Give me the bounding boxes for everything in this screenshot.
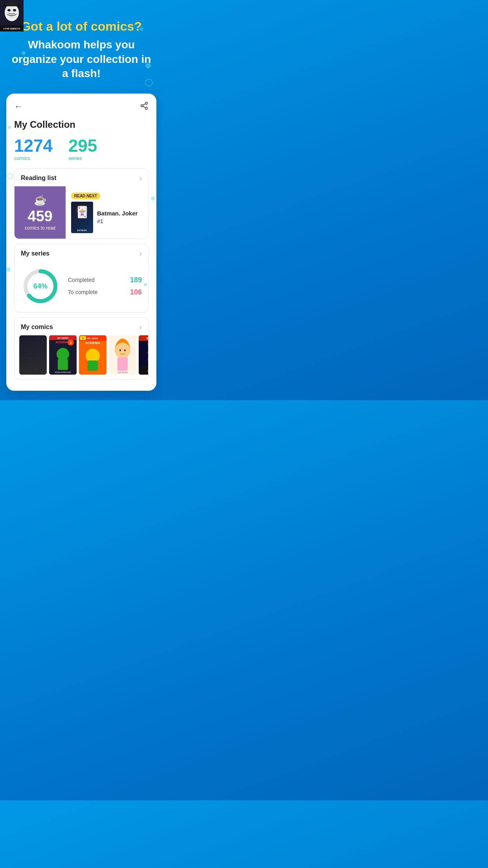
read-next-badge: READ NEXT [71, 193, 100, 199]
svg-text:Cat Street: Cat Street [117, 371, 128, 373]
completed-row: Completed 189 [68, 276, 142, 284]
list-item[interactable]: V FOR VENDETTA [19, 335, 47, 375]
svg-text:ACADEMIA: ACADEMIA [85, 342, 100, 344]
series-content: 64% Completed 189 To complete 106 [15, 262, 148, 312]
series-count: 295 [68, 137, 97, 154]
to-complete-row: To complete 106 [68, 288, 142, 296]
my-series-title: My series [21, 250, 50, 257]
my-series-header[interactable]: My series › [15, 244, 148, 262]
svg-text:1: 1 [82, 337, 84, 340]
main-card: ← My Collection 1274 comics 295 series R… [6, 94, 156, 391]
reading-count-box: ☕ 459 comics to read [15, 186, 66, 239]
reading-count-label: comics to read [25, 225, 55, 231]
my-comics-title: My comics [21, 324, 53, 331]
comics-label: comics [14, 155, 53, 161]
my-comics-section: My comics › [14, 317, 149, 380]
reading-item[interactable]: READ NEXT 🃏 BATMAN Batman. Joker #1 [66, 186, 148, 239]
comic-name: Batman. Joker [97, 210, 143, 217]
donut-percent-label: 64% [33, 282, 48, 290]
svg-text:BATMAN: BATMAN [147, 337, 148, 340]
svg-rect-37 [117, 357, 128, 371]
back-button[interactable]: ← [14, 101, 23, 112]
stats-row: 1274 comics 295 series [14, 137, 149, 161]
collection-title: My Collection [14, 119, 149, 130]
to-complete-value: 106 [130, 288, 142, 296]
hero-section: Got a lot of comics? Whakoom helps you o… [0, 0, 163, 94]
svg-text:KOHEI HORIKOSHI: KOHEI HORIKOSHI [55, 371, 71, 373]
reading-list-section: Reading list › ☕ 459 comics to read READ… [14, 168, 149, 239]
reading-list-header[interactable]: Reading list › [15, 169, 148, 186]
completed-value: 189 [130, 276, 142, 284]
svg-point-20 [57, 348, 69, 360]
series-stat: 295 series [68, 137, 97, 161]
reading-list-content: ☕ 459 comics to read READ NEXT 🃏 BATMAN … [15, 186, 148, 239]
my-comics-header[interactable]: My comics › [15, 318, 148, 335]
my-comics-chevron-icon: › [139, 323, 142, 331]
list-item[interactable]: BATMAN DC COMICS [139, 335, 148, 375]
list-item[interactable]: MY HERO ACADEMIA 2 KOHEI HORIKOSHI [49, 335, 77, 375]
svg-line-3 [143, 106, 145, 108]
svg-text:MY HERO: MY HERO [57, 337, 68, 339]
coffee-icon: ☕ [34, 194, 46, 206]
share-button[interactable] [140, 101, 149, 112]
series-stats: Completed 189 To complete 106 [68, 276, 142, 296]
comic-issue: #1 [97, 218, 143, 224]
svg-text:MY HERO: MY HERO [87, 337, 98, 340]
my-series-section: My series › 64% Completed 189 [14, 244, 149, 313]
comic-info: Batman. Joker #1 [97, 210, 143, 224]
reading-list-title: Reading list [21, 175, 57, 182]
to-complete-label: To complete [68, 289, 97, 295]
comics-stat: 1274 comics [14, 137, 53, 161]
svg-point-35 [119, 349, 121, 351]
svg-text:DC COMICS: DC COMICS [147, 370, 148, 372]
svg-rect-43 [139, 366, 148, 375]
hero-title-white: Whakoom helps you organize your collecti… [9, 38, 153, 81]
svg-point-36 [124, 349, 126, 351]
list-item[interactable]: Cat Street [109, 335, 136, 375]
series-donut-chart: 64% [21, 267, 60, 306]
svg-rect-21 [58, 359, 68, 370]
series-label: series [68, 155, 97, 161]
my-series-chevron-icon: › [139, 250, 142, 258]
svg-line-4 [143, 104, 145, 105]
list-item[interactable]: MY HERO ACADEMIA 1 [79, 335, 106, 375]
svg-text:2: 2 [70, 341, 72, 345]
comics-count: 1274 [14, 137, 53, 154]
batman-joker-cover: 🃏 BATMAN [71, 202, 93, 233]
completed-label: Completed [68, 277, 95, 283]
svg-rect-32 [88, 360, 98, 371]
card-header: ← [14, 101, 149, 112]
reading-count-number: 459 [28, 209, 52, 224]
hero-title-yellow: Got a lot of comics? [9, 19, 153, 34]
comics-grid: V FOR VENDETTA MY HERO ACADEMIA 2 KOHEI … [15, 335, 148, 379]
reading-list-chevron-icon: › [139, 174, 142, 182]
